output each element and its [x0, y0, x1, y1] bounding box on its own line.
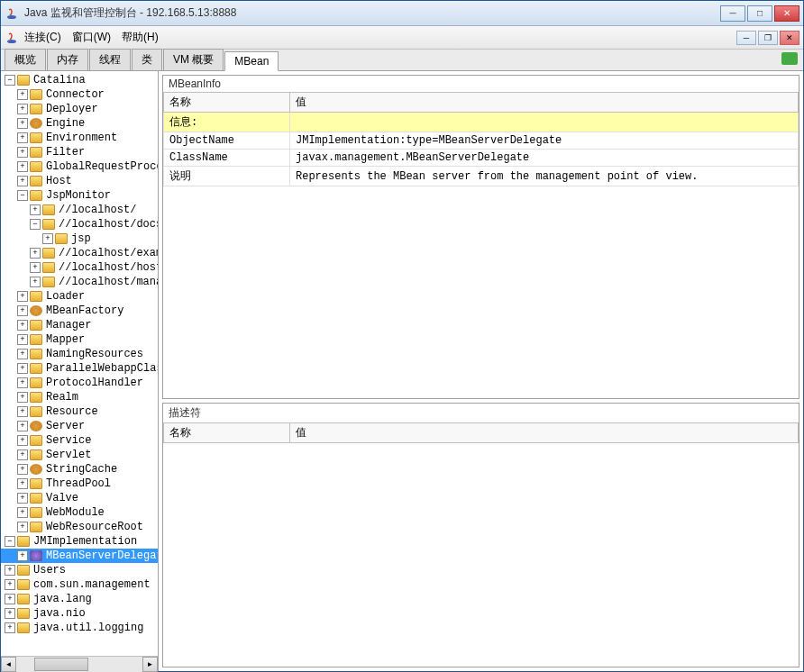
tree-node[interactable]: +Users	[1, 563, 158, 577]
tab-vm-summary[interactable]: VM 概要	[163, 49, 224, 70]
internal-minimize-button[interactable]: ─	[736, 31, 756, 45]
tree-node-mbeanserverdelegate[interactable]: +MBeanServerDelegate	[1, 549, 158, 563]
menu-help[interactable]: 帮助(H)	[122, 30, 159, 45]
tree-horizontal-scrollbar[interactable]: ◄ ►	[1, 656, 158, 671]
tree-node[interactable]: +Loader	[1, 289, 158, 304]
menu-connect[interactable]: 连接(C)	[24, 30, 61, 45]
scroll-track[interactable]	[16, 657, 142, 672]
java-icon	[5, 6, 19, 21]
tree-node[interactable]: +WebResourceRoot	[1, 520, 158, 534]
table-row[interactable]: 说明Represents the MBean server from the m…	[164, 167, 799, 186]
tab-classes[interactable]: 类	[132, 49, 162, 70]
titlebar: Java 监视和管理控制台 - 192.168.5.13:8888 ─ □ ✕	[1, 1, 803, 26]
tree-node[interactable]: +MBeanFactory	[1, 304, 158, 318]
java-icon	[5, 31, 19, 45]
tree-node[interactable]: +Connector	[1, 87, 158, 102]
minimize-button[interactable]: ─	[720, 5, 745, 22]
detail-pane: MBeanInfo 名称 值 信息: ObjectNameJMImplement…	[159, 71, 803, 671]
tree-node[interactable]: +//localhost/examples	[1, 246, 158, 260]
tree-node[interactable]: +ProtocolHandler	[1, 376, 158, 390]
tree-node-catalina[interactable]: −Catalina	[1, 73, 158, 87]
tab-threads[interactable]: 线程	[89, 49, 131, 70]
tree-node[interactable]: +//localhost/manager	[1, 275, 158, 289]
refresh-icon[interactable]	[781, 52, 798, 65]
tree-node[interactable]: +ThreadPool	[1, 477, 158, 491]
tree-node[interactable]: +java.lang	[1, 592, 158, 606]
tree-node[interactable]: +Server	[1, 419, 158, 433]
col-value[interactable]: 值	[290, 93, 799, 113]
tree-node[interactable]: +Realm	[1, 390, 158, 404]
table-row[interactable]: ClassNamejavax.management.MBeanServerDel…	[164, 150, 799, 167]
tree-node[interactable]: +WebModule	[1, 505, 158, 520]
mbeaninfo-title: MBeanInfo	[163, 76, 799, 92]
tree-node[interactable]: +Environment	[1, 131, 158, 145]
table-row[interactable]: ObjectNameJMImplementation:type=MBeanSer…	[164, 132, 799, 150]
tree-node[interactable]: +Filter	[1, 145, 158, 159]
tree-node-jmimpl[interactable]: −JMImplementation	[1, 534, 158, 549]
main-window: Java 监视和管理控制台 - 192.168.5.13:8888 ─ □ ✕ …	[0, 0, 804, 672]
tree-node[interactable]: +Service	[1, 433, 158, 448]
tab-mbeans[interactable]: MBean	[224, 51, 279, 71]
scroll-left-button[interactable]: ◄	[1, 657, 16, 672]
tree-node[interactable]: +StringCache	[1, 462, 158, 477]
window-title: Java 监视和管理控制台 - 192.168.5.13:8888	[24, 5, 720, 21]
menubar: 连接(C) 窗口(W) 帮助(H) ─ ❐ ✕	[1, 26, 803, 50]
tree-node[interactable]: +ParallelWebappClassLoader	[1, 361, 158, 376]
tree-node[interactable]: +java.nio	[1, 606, 158, 621]
tree-pane: −Catalina +Connector +Deployer +Engine +…	[1, 71, 159, 671]
maximize-button[interactable]: □	[747, 5, 772, 22]
tree-node[interactable]: +Host	[1, 174, 158, 188]
menu-window[interactable]: 窗口(W)	[72, 30, 111, 45]
scroll-thumb[interactable]	[34, 658, 88, 671]
close-button[interactable]: ✕	[774, 5, 799, 22]
tabbar: 概览 内存 线程 类 VM 概要 MBean	[1, 50, 803, 71]
tree-node[interactable]: +Mapper	[1, 332, 158, 347]
tab-overview[interactable]: 概览	[5, 49, 46, 70]
tree-node[interactable]: +Resource	[1, 404, 158, 419]
content-area: −Catalina +Connector +Deployer +Engine +…	[1, 71, 803, 671]
mbeaninfo-panel: MBeanInfo 名称 值 信息: ObjectNameJMImplement…	[162, 75, 799, 399]
tree-node[interactable]: +//localhost/host-manager	[1, 260, 158, 275]
descriptor-panel: 描述符 名称 值	[162, 403, 799, 667]
tree-node[interactable]: +jsp	[1, 232, 158, 246]
tree-node[interactable]: −JspMonitor	[1, 188, 158, 203]
tree-node[interactable]: +com.sun.management	[1, 577, 158, 592]
descriptor-table: 名称 值	[163, 422, 799, 443]
tree-node[interactable]: +NamingResources	[1, 347, 158, 361]
col-name[interactable]: 名称	[164, 93, 290, 113]
mbeaninfo-table: 名称 值 信息: ObjectNameJMImplementation:type…	[163, 92, 799, 186]
tree-node[interactable]: +Servlet	[1, 448, 158, 462]
tree-node[interactable]: +Engine	[1, 116, 158, 131]
tree-node[interactable]: +Manager	[1, 318, 158, 332]
descriptor-title: 描述符	[163, 404, 799, 422]
tab-memory[interactable]: 内存	[47, 49, 88, 70]
svg-point-0	[7, 15, 16, 19]
tree-node[interactable]: +//localhost/	[1, 203, 158, 217]
internal-close-button[interactable]: ✕	[780, 31, 799, 45]
tree-node[interactable]: −//localhost/docs	[1, 217, 158, 232]
tree-node[interactable]: +GlobalRequestProcessor	[1, 159, 158, 174]
table-row-info[interactable]: 信息:	[164, 113, 799, 132]
scroll-right-button[interactable]: ►	[142, 657, 158, 672]
col-value[interactable]: 值	[290, 423, 799, 443]
tree-node[interactable]: +java.util.logging	[1, 621, 158, 635]
svg-point-1	[7, 40, 16, 43]
mbean-tree[interactable]: −Catalina +Connector +Deployer +Engine +…	[1, 71, 158, 656]
tree-node[interactable]: +Deployer	[1, 102, 158, 116]
tree-node[interactable]: +Valve	[1, 491, 158, 505]
col-name[interactable]: 名称	[164, 423, 290, 443]
internal-restore-button[interactable]: ❐	[758, 31, 778, 45]
